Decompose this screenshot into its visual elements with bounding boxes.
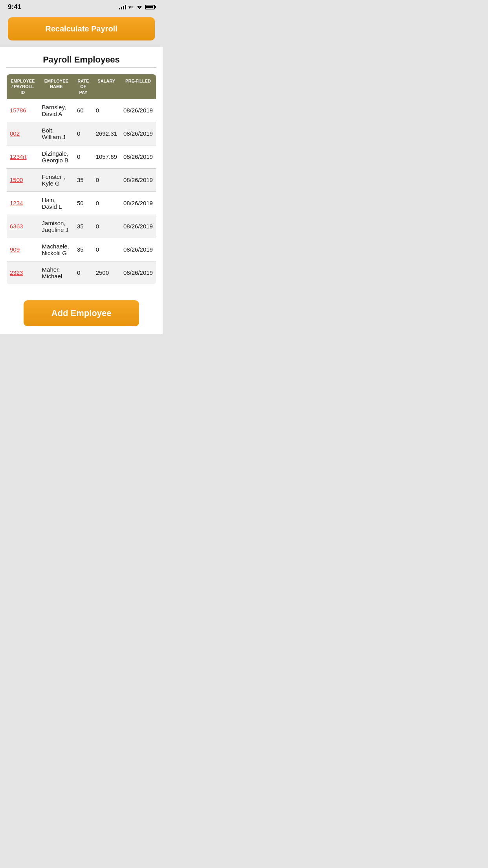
employee-prefilled-cell: 08/26/2019 [120,122,156,145]
employee-name-cell: Bolt, William J [39,122,74,145]
employee-id-link[interactable]: 2323 [10,269,23,276]
col-header-name: EMPLOYEE NAME [39,74,74,99]
employee-name-cell: Machaele, Nickolii G [39,238,74,261]
employee-rate-cell: 0 [74,145,93,168]
employee-salary-cell: 0 [93,191,120,215]
table-row: 909Machaele, Nickolii G35008/26/2019 [7,238,156,261]
col-header-salary: SALARY [93,74,120,99]
employee-salary-cell: 0 [93,238,120,261]
employee-salary-cell: 2500 [93,261,120,284]
table-row: 1500Fenster , Kyle G35008/26/2019 [7,168,156,191]
employee-id-link[interactable]: 6363 [10,223,23,230]
employee-id-cell: 909 [7,238,39,261]
employee-salary-cell: 2692.31 [93,122,120,145]
employee-id-cell: 2323 [7,261,39,284]
employee-salary-cell: 0 [93,168,120,191]
employee-prefilled-cell: 08/26/2019 [120,261,156,284]
employee-rate-cell: 0 [74,122,93,145]
employee-id-cell: 1500 [7,168,39,191]
employee-rate-cell: 35 [74,168,93,191]
employee-prefilled-cell: 08/26/2019 [120,215,156,238]
battery-icon [145,5,155,9]
employee-salary-cell: 0 [93,215,120,238]
add-employee-button[interactable]: Add Employee [24,300,139,326]
status-bar: 9:41 ▾≈ [0,0,163,13]
employee-id-link[interactable]: 1500 [10,177,23,183]
employee-id-link[interactable]: 909 [10,246,20,253]
bottom-spacer [0,334,163,342]
employee-name-cell: Barnsley, David A [39,99,74,122]
page-title: Payroll Employees [6,55,156,65]
employee-table: EMPLOYEE / PAYROLL ID EMPLOYEE NAME RATE… [6,74,156,285]
status-icons: ▾≈ [119,4,155,10]
employee-id-link[interactable]: 15786 [10,107,26,114]
employee-rate-cell: 35 [74,238,93,261]
employee-id-link[interactable]: 1234 [10,200,23,206]
employee-prefilled-cell: 08/26/2019 [120,191,156,215]
employee-prefilled-cell: 08/26/2019 [120,99,156,122]
employee-name-cell: Hain, David L [39,191,74,215]
employee-rate-cell: 0 [74,261,93,284]
col-header-rate: RATE OF PAY [74,74,93,99]
employee-prefilled-cell: 08/26/2019 [120,145,156,168]
employee-name-cell: Jamison, Jaquline J [39,215,74,238]
top-button-area: Recalculate Payroll [0,13,163,40]
employee-name-cell: Fenster , Kyle G [39,168,74,191]
employee-id-cell: 002 [7,122,39,145]
employee-salary-cell: 0 [93,99,120,122]
table-row: 1234rtDiZingale, Georgio B01057.6908/26/… [7,145,156,168]
wifi-icon: ▾≈ [128,4,134,10]
signal-icon [119,5,126,9]
table-row: 2323Maher, Michael0250008/26/2019 [7,261,156,284]
employee-id-cell: 6363 [7,215,39,238]
employee-id-link[interactable]: 1234rt [10,153,27,160]
employee-rate-cell: 50 [74,191,93,215]
employee-id-link[interactable]: 002 [10,130,20,137]
title-divider [6,67,156,68]
employee-rate-cell: 35 [74,215,93,238]
add-employee-area: Add Employee [0,292,163,334]
recalculate-payroll-button[interactable]: Recalculate Payroll [8,17,155,40]
employee-prefilled-cell: 08/26/2019 [120,238,156,261]
wifi-icon-svg [136,5,143,9]
table-header: EMPLOYEE / PAYROLL ID EMPLOYEE NAME RATE… [7,74,156,99]
employee-name-cell: DiZingale, Georgio B [39,145,74,168]
employee-id-cell: 1234 [7,191,39,215]
employee-id-cell: 1234rt [7,145,39,168]
main-content: Payroll Employees EMPLOYEE / PAYROLL ID … [0,47,163,292]
col-header-prefilled: PRE-FILLED [120,74,156,99]
employee-id-cell: 15786 [7,99,39,122]
employee-salary-cell: 1057.69 [93,145,120,168]
col-header-id: EMPLOYEE / PAYROLL ID [7,74,39,99]
status-time: 9:41 [8,3,21,11]
table-row: 1234Hain, David L50008/26/2019 [7,191,156,215]
table-body: 15786Barnsley, David A60008/26/2019002Bo… [7,99,156,285]
table-row: 002Bolt, William J02692.3108/26/2019 [7,122,156,145]
employee-name-cell: Maher, Michael [39,261,74,284]
employee-rate-cell: 60 [74,99,93,122]
table-row: 15786Barnsley, David A60008/26/2019 [7,99,156,122]
table-row: 6363Jamison, Jaquline J35008/26/2019 [7,215,156,238]
employee-prefilled-cell: 08/26/2019 [120,168,156,191]
